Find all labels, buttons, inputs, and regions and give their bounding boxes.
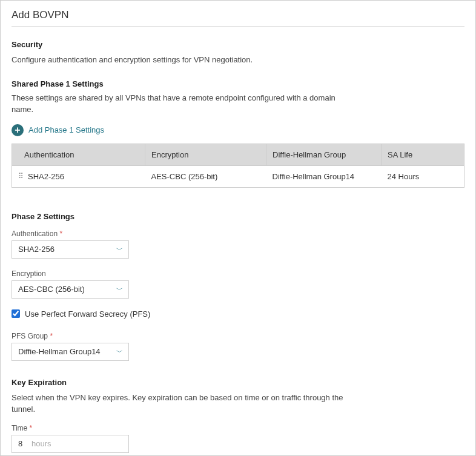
pfs-group-select[interactable]: Diffie-Hellman Group14 — [12, 343, 129, 361]
pfs-label[interactable]: Use Perfect Forward Secrecy (PFS) — [25, 309, 150, 319]
plus-icon: + — [12, 124, 24, 136]
pfs-group-label: PFS Group * — [12, 332, 464, 340]
cell-encryption: AES-CBC (256-bit) — [145, 165, 266, 187]
col-header-encryption: Encryption — [145, 144, 266, 165]
add-phase1-label: Add Phase 1 Settings — [28, 125, 104, 134]
phase2-auth-select[interactable]: SHA2-256 — [12, 240, 129, 259]
cell-dh-group: Diffie-Hellman Group14 — [266, 165, 382, 187]
phase2-section: Phase 2 Settings Authentication * SHA2-2… — [12, 212, 464, 361]
time-unit: hours — [31, 439, 51, 448]
time-label: Time * — [12, 424, 464, 432]
pfs-checkbox[interactable] — [12, 309, 20, 318]
add-phase1-button[interactable]: + Add Phase 1 Settings — [12, 124, 464, 136]
cell-authentication: SHA2-256 — [28, 172, 64, 181]
table-row[interactable]: ⠿ SHA2-256 AES-CBC (256-bit) Diffie-Hell… — [12, 165, 464, 187]
phase2-heading: Phase 2 Settings — [12, 212, 464, 221]
col-header-authentication: Authentication — [12, 144, 145, 165]
security-section: Security Configure authentication and en… — [12, 40, 464, 66]
phase1-description: These settings are shared by all VPNs th… — [12, 92, 351, 116]
cell-sa-life: 24 Hours — [382, 165, 464, 187]
phase2-enc-select[interactable]: AES-CBC (256-bit) — [12, 280, 129, 299]
page-title: Add BOVPN — [12, 9, 464, 27]
col-header-sa-life: SA Life — [382, 144, 464, 165]
key-expiration-description: Select when the VPN key expires. Key exp… — [12, 392, 351, 415]
phase2-auth-label: Authentication * — [12, 230, 464, 238]
time-input[interactable] — [18, 439, 28, 448]
col-header-dh-group: Diffie-Hellman Group — [266, 144, 382, 165]
drag-handle-icon[interactable]: ⠿ — [18, 172, 23, 180]
time-input-container[interactable]: hours — [12, 435, 129, 453]
security-heading: Security — [12, 40, 464, 49]
phase1-section: Shared Phase 1 Settings These settings a… — [12, 79, 464, 188]
security-description: Configure authentication and encryption … — [12, 54, 351, 66]
key-expiration-section: Key Expiration Select when the VPN key e… — [12, 378, 464, 453]
phase1-table: Authentication Encryption Diffie-Hellman… — [12, 144, 464, 188]
phase2-enc-label: Encryption — [12, 269, 464, 278]
key-expiration-heading: Key Expiration — [12, 378, 464, 387]
phase1-heading: Shared Phase 1 Settings — [12, 79, 464, 88]
